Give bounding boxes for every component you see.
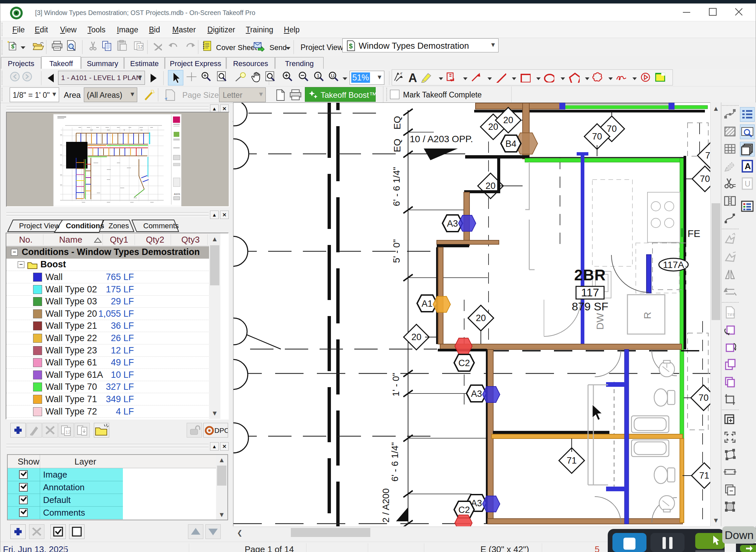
svg-text:9: 9 [124,129,125,131]
svg-text:A1: A1 [421,299,432,309]
svg-text:6' - 6 1/4": 6' - 6 1/4" [390,442,400,481]
svg-text:117A: 117A [663,260,684,270]
svg-text:12: 12 [66,429,71,435]
svg-text:C2: C2 [458,358,470,368]
svg-text:EQ: EQ [392,139,402,152]
svg-text:B4: B4 [505,139,516,149]
svg-text:1: 1 [317,73,320,79]
svg-text:12: 12 [137,44,143,49]
svg-text:A: A [745,161,751,171]
svg-text:$: $ [349,42,353,50]
svg-text:Conditions: Conditions [66,222,104,230]
svg-text:C2: C2 [458,505,470,515]
svg-text:117: 117 [581,286,599,299]
svg-text:2 / A200: 2 / A200 [381,488,391,523]
svg-text:U: U [745,179,750,188]
svg-text:A3: A3 [447,219,458,229]
svg-text:6' - 6 1/4": 6' - 6 1/4" [391,167,402,206]
svg-text:R: R [642,312,653,319]
svg-text:A3: A3 [471,389,482,399]
svg-text:TIFF: TIFF [727,313,735,317]
svg-text:A101: A101 [174,192,180,195]
svg-text:1' - 0": 1' - 0" [391,373,401,397]
svg-text:2BR: 2BR [574,266,606,284]
svg-text:12: 12 [90,129,93,131]
svg-text:879 SF: 879 SF [572,300,609,313]
svg-text:4': 4' [400,72,402,75]
svg-text:DW: DW [595,313,606,330]
svg-text:FE: FE [687,228,700,239]
svg-text:Comments: Comments [143,222,179,230]
svg-text:14: 14 [107,129,110,131]
svg-text:11: 11 [140,129,142,131]
svg-text:EQ: EQ [392,116,402,130]
svg-text:5' - 0": 5' - 0" [391,239,402,263]
svg-text:Zones: Zones [109,222,129,230]
svg-text:U: U [331,73,335,79]
svg-text:10 / A203 OPP.: 10 / A203 OPP. [410,134,473,144]
svg-text:Project View: Project View [19,222,60,230]
svg-text:$: $ [11,43,15,50]
